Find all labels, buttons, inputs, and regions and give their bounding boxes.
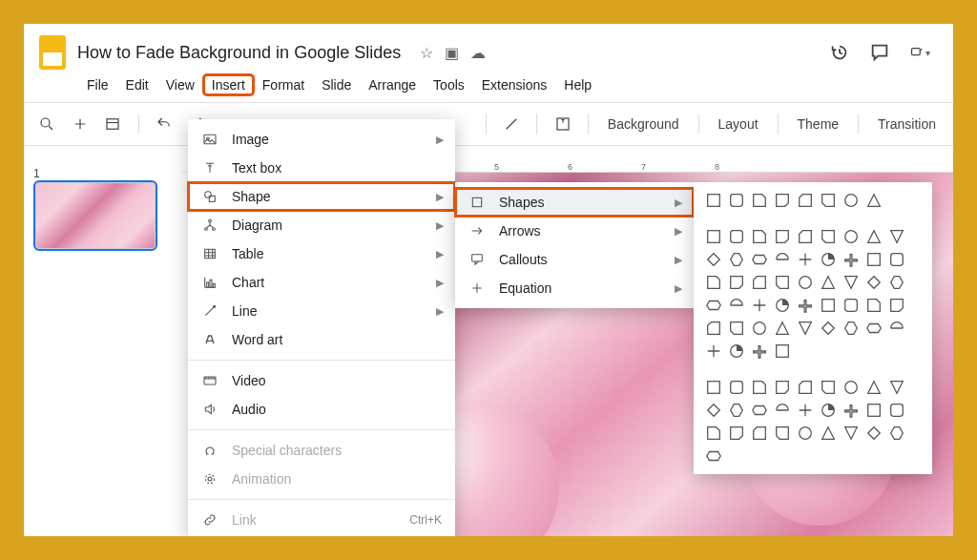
search-icon[interactable] — [35, 112, 59, 136]
shape-cell[interactable] — [751, 402, 768, 419]
slide-thumbnail[interactable] — [33, 180, 157, 251]
shape-cell[interactable] — [728, 274, 745, 291]
shape-cell[interactable] — [774, 320, 791, 337]
shape-cell[interactable] — [751, 274, 768, 291]
new-slide-icon[interactable] — [69, 112, 93, 136]
shape-cell[interactable] — [705, 297, 722, 314]
shape-cell[interactable] — [888, 425, 905, 442]
layout-icon[interactable] — [101, 112, 125, 136]
shape-cell[interactable] — [774, 251, 791, 268]
shape-cell[interactable] — [797, 379, 814, 396]
shape-cell[interactable] — [797, 425, 814, 442]
shape-cell[interactable] — [728, 320, 745, 337]
shape-cell[interactable] — [751, 342, 768, 360]
shape-cell[interactable] — [842, 192, 860, 209]
shape-cell[interactable] — [774, 342, 791, 360]
shape-submenu-item-shapes[interactable]: Shapes▶ — [455, 188, 694, 217]
shape-cell[interactable] — [888, 379, 905, 396]
shape-cell[interactable] — [888, 297, 905, 314]
shape-cell[interactable] — [728, 192, 745, 209]
line-tool-icon[interactable] — [500, 112, 524, 136]
shape-cell[interactable] — [797, 320, 814, 337]
insert-menu-item-video[interactable]: Video — [188, 366, 455, 395]
insert-menu-item-image[interactable]: Image▶ — [188, 125, 455, 154]
shape-cell[interactable] — [865, 274, 883, 291]
insert-menu-item-text-box[interactable]: Text box — [188, 154, 455, 182]
shape-cell[interactable] — [842, 228, 860, 245]
background-button[interactable]: Background — [602, 113, 685, 135]
insert-menu-item-audio[interactable]: Audio — [188, 395, 455, 424]
shape-cell[interactable] — [728, 425, 745, 442]
menu-view[interactable]: View — [158, 75, 202, 94]
menu-slide[interactable]: Slide — [314, 75, 359, 94]
insert-menu-item-shape[interactable]: Shape▶ — [188, 182, 455, 211]
shape-cell[interactable] — [728, 297, 745, 314]
shape-cell[interactable] — [865, 297, 883, 314]
shape-cell[interactable] — [888, 251, 905, 268]
shape-cell[interactable] — [728, 228, 745, 245]
menu-format[interactable]: Format — [255, 75, 312, 94]
document-title[interactable]: How to Fade Background in Google Slides — [77, 43, 401, 63]
shape-cell[interactable] — [705, 274, 722, 291]
shape-cell[interactable] — [751, 228, 768, 245]
insert-menu-item-table[interactable]: Table▶ — [188, 239, 455, 268]
shape-cell[interactable] — [797, 402, 814, 419]
insert-menu-item-chart[interactable]: Chart▶ — [188, 268, 455, 297]
shape-cell[interactable] — [865, 402, 883, 419]
shape-cell[interactable] — [820, 228, 837, 245]
shape-cell[interactable] — [865, 251, 883, 268]
shape-cell[interactable] — [774, 297, 791, 314]
shape-cell[interactable] — [728, 342, 745, 360]
shape-cell[interactable] — [751, 297, 768, 314]
shape-cell[interactable] — [820, 274, 837, 291]
shape-cell[interactable] — [888, 402, 905, 419]
menu-arrange[interactable]: Arrange — [361, 75, 424, 94]
shape-cell[interactable] — [797, 228, 814, 245]
history-icon[interactable] — [829, 42, 850, 63]
shape-cell[interactable] — [865, 379, 883, 396]
shape-cell[interactable] — [705, 192, 722, 209]
shape-cell[interactable] — [705, 402, 722, 419]
shape-cell[interactable] — [797, 297, 814, 314]
shape-cell[interactable] — [820, 297, 837, 314]
undo-icon[interactable] — [153, 112, 177, 136]
theme-button[interactable]: Theme — [792, 113, 845, 135]
shape-cell[interactable] — [705, 342, 722, 360]
menu-edit[interactable]: Edit — [118, 75, 156, 94]
shape-cell[interactable] — [705, 320, 722, 337]
shape-cell[interactable] — [865, 320, 883, 337]
shape-cell[interactable] — [820, 425, 837, 442]
shape-cell[interactable] — [820, 320, 837, 337]
shape-cell[interactable] — [842, 425, 860, 442]
shape-cell[interactable] — [728, 402, 745, 419]
shape-cell[interactable] — [820, 379, 837, 396]
shape-cell[interactable] — [728, 379, 745, 396]
shape-cell[interactable] — [842, 402, 860, 419]
menu-help[interactable]: Help — [556, 75, 599, 94]
insert-menu-item-word-art[interactable]: Word art — [188, 325, 455, 354]
shape-cell[interactable] — [728, 251, 745, 268]
shape-cell[interactable] — [705, 251, 722, 268]
menu-extensions[interactable]: Extensions — [474, 75, 554, 94]
transition-button[interactable]: Transition — [872, 113, 942, 135]
shape-cell[interactable] — [865, 192, 883, 209]
shape-cell[interactable] — [842, 297, 860, 314]
shape-cell[interactable] — [842, 379, 860, 396]
shape-cell[interactable] — [774, 402, 791, 419]
shape-submenu-item-arrows[interactable]: Arrows▶ — [455, 217, 694, 245]
menu-tools[interactable]: Tools — [426, 75, 472, 94]
menu-insert[interactable]: Insert — [204, 75, 253, 94]
shape-cell[interactable] — [774, 274, 791, 291]
shape-cell[interactable] — [774, 228, 791, 245]
shape-cell[interactable] — [888, 320, 905, 337]
shape-cell[interactable] — [774, 425, 791, 442]
textbox-tool-icon[interactable] — [551, 112, 574, 136]
shape-cell[interactable] — [774, 379, 791, 396]
shape-cell[interactable] — [820, 402, 837, 419]
comment-icon[interactable] — [869, 42, 890, 63]
shape-cell[interactable] — [865, 228, 883, 245]
shape-cell[interactable] — [751, 379, 768, 396]
shape-cell[interactable] — [797, 274, 814, 291]
shape-cell[interactable] — [751, 251, 768, 268]
shape-cell[interactable] — [751, 320, 768, 337]
